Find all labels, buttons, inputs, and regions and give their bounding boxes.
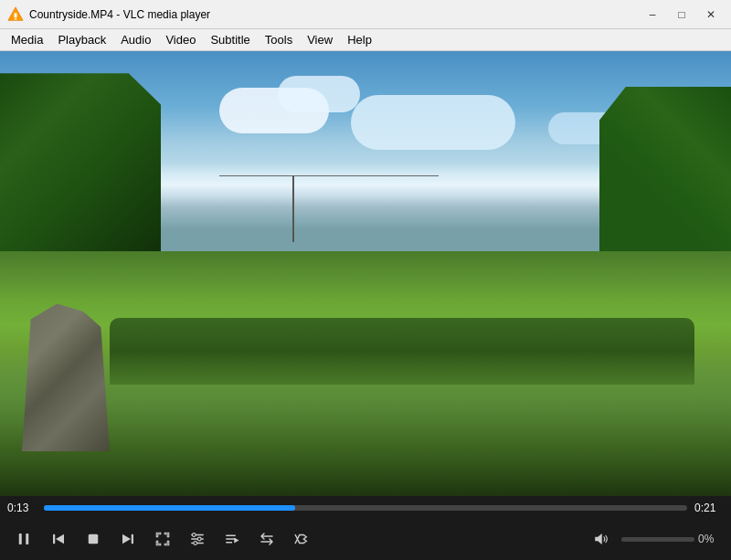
svg-marker-6: [56, 534, 64, 544]
svg-rect-1: [15, 13, 17, 17]
cloud-2: [278, 76, 360, 112]
menu-playback[interactable]: Playback: [50, 29, 113, 50]
fullscreen-icon: [154, 531, 171, 547]
shuffle-icon: [293, 531, 310, 547]
volume-icon: [593, 531, 609, 547]
settings-icon: [189, 531, 206, 547]
svg-point-14: [197, 537, 201, 541]
menu-view[interactable]: View: [300, 29, 340, 50]
volume-button[interactable]: [585, 523, 618, 555]
mid-ground: [110, 318, 694, 385]
previous-button[interactable]: [42, 523, 75, 555]
svg-marker-9: [122, 534, 131, 544]
stop-icon: [85, 531, 101, 547]
svg-point-15: [194, 542, 197, 545]
controls-bar: 0%: [0, 518, 731, 560]
close-button[interactable]: ✕: [698, 5, 724, 24]
shuffle-button[interactable]: [285, 523, 318, 555]
minimize-button[interactable]: –: [640, 5, 665, 24]
menu-video[interactable]: Video: [158, 29, 203, 50]
playlist-icon: [224, 531, 240, 547]
power-line-horizontal: [219, 175, 439, 176]
next-button[interactable]: [111, 523, 144, 555]
progress-fill: [44, 505, 295, 511]
svg-rect-3: [19, 534, 22, 544]
svg-rect-2: [15, 18, 17, 19]
progress-area: 0:13 0:21: [0, 496, 731, 518]
svg-rect-5: [53, 534, 55, 544]
svg-rect-4: [26, 534, 28, 544]
playlist-button[interactable]: [216, 523, 249, 555]
next-icon: [120, 531, 136, 547]
menu-bar: Media Playback Audio Video Subtitle Tool…: [0, 29, 731, 51]
menu-media[interactable]: Media: [4, 29, 50, 50]
volume-percentage: 0%: [698, 533, 724, 545]
menu-audio[interactable]: Audio: [113, 29, 158, 50]
loop-icon: [259, 531, 275, 547]
svg-marker-19: [234, 538, 238, 544]
menu-tools[interactable]: Tools: [258, 29, 300, 50]
vlc-logo-icon: [7, 6, 24, 23]
window-title: Countryside.MP4 - VLC media player: [29, 8, 640, 21]
video-canvas: [0, 51, 731, 496]
pause-icon: [16, 531, 32, 547]
video-area[interactable]: [0, 51, 731, 496]
title-bar: Countryside.MP4 - VLC media player – □ ✕: [0, 0, 731, 29]
window-controls: – □ ✕: [640, 5, 724, 24]
svg-marker-20: [595, 534, 602, 544]
volume-area: 0%: [585, 523, 724, 555]
loop-button[interactable]: [250, 523, 283, 555]
cloud-3: [351, 95, 515, 150]
stop-button[interactable]: [77, 523, 110, 555]
previous-icon: [50, 531, 67, 547]
svg-rect-8: [132, 534, 133, 544]
power-line-vertical: [292, 175, 294, 242]
maximize-button[interactable]: □: [669, 5, 694, 24]
pause-button[interactable]: [7, 523, 40, 555]
total-time: 0:21: [694, 502, 724, 514]
svg-point-13: [192, 534, 196, 537]
progress-track[interactable]: [44, 505, 687, 511]
svg-rect-7: [89, 534, 99, 544]
current-time: 0:13: [7, 502, 37, 514]
volume-track[interactable]: [621, 537, 694, 542]
menu-subtitle[interactable]: Subtitle: [203, 29, 257, 50]
menu-help[interactable]: Help: [340, 29, 379, 50]
fullscreen-button[interactable]: [146, 523, 179, 555]
extended-settings-button[interactable]: [181, 523, 214, 555]
